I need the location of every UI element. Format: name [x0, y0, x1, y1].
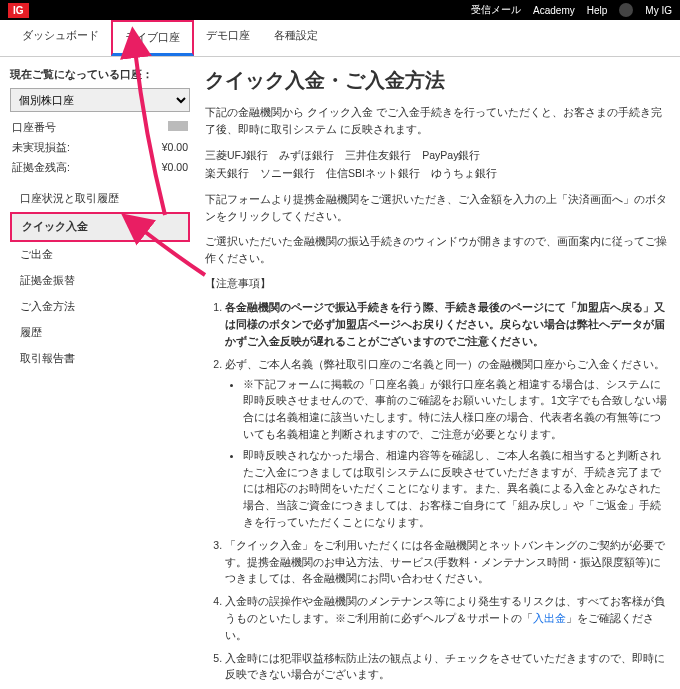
bank-list: 三菱UFJ銀行 みずほ銀行 三井住友銀行 PayPay銀行 楽天銀行 ソニー銀行…: [205, 146, 670, 184]
intro-3: ご選択いただいた金融機関の振込手続きのウィンドウが開きますので、画面案内に従って…: [205, 233, 670, 267]
note-5: 入金時には犯罪収益移転防止法の観点より、チェックをさせていただきますので、即時に…: [225, 650, 670, 684]
intro-2: 下記フォームより提携金融機関をご選択いただき、ご入金額を入力の上「決済画面へ」の…: [205, 191, 670, 225]
info-margin-balance: 証拠金残高: ¥0.00: [10, 158, 190, 178]
menu-history[interactable]: 口座状況と取引履歴: [10, 186, 190, 212]
top-link-mail[interactable]: 受信メール: [471, 3, 521, 17]
user-menu[interactable]: My IG: [645, 5, 672, 16]
note-1: 各金融機関のページで振込手続きを行う際、手続き最後のページにて「加盟店へ戻る」又…: [225, 299, 670, 349]
note-2: 必ず、ご本人名義（弊社取引口座のご名義と同一）の金融機関口座からご入金ください。…: [225, 356, 670, 531]
info-account-number: 口座番号: [10, 118, 190, 138]
menu-margin-transfer[interactable]: 証拠金振替: [10, 268, 190, 294]
masked-value: [168, 121, 188, 131]
notes-list: 各金融機関のページで振込手続きを行う際、手続き最後のページにて「加盟店へ戻る」又…: [205, 299, 670, 683]
navbar: ダッシュボード ライブ口座 デモ口座 各種設定: [0, 20, 680, 57]
top-link-academy[interactable]: Academy: [533, 5, 575, 16]
nav-dashboard[interactable]: ダッシュボード: [10, 20, 111, 56]
nav-live-account[interactable]: ライブ口座: [111, 20, 194, 56]
intro-1: 下記の金融機関から クイック入金 でご入金手続きを行っていただくと、お客さまの手…: [205, 104, 670, 138]
side-menu: 口座状況と取引履歴 クイック入金 ご出金 証拠金振替 ご入金方法 履歴 取引報告…: [10, 186, 190, 372]
logo: IG: [8, 3, 29, 18]
menu-trade-report[interactable]: 取引報告書: [10, 346, 190, 372]
topbar: IG 受信メール Academy Help My IG: [0, 0, 680, 20]
top-link-help[interactable]: Help: [587, 5, 608, 16]
nav-settings[interactable]: 各種設定: [262, 20, 330, 56]
sidebar: 現在ご覧になっている口座： 個別株口座 口座番号 未実現損益: ¥0.00 証拠…: [10, 67, 190, 689]
user-icon[interactable]: [619, 3, 633, 17]
menu-withdrawal[interactable]: ご出金: [10, 242, 190, 268]
account-select[interactable]: 個別株口座: [10, 88, 190, 112]
menu-deposit-method[interactable]: ご入金方法: [10, 294, 190, 320]
main-content: クイック入金・ご入金方法 下記の金融機関から クイック入金 でご入金手続きを行っ…: [205, 67, 670, 689]
sidebar-title: 現在ご覧になっている口座：: [10, 67, 190, 82]
note-3: 「クイック入金」をご利用いただくには各金融機関とネットバンキングのご契約が必要で…: [225, 537, 670, 587]
menu-log[interactable]: 履歴: [10, 320, 190, 346]
menu-quick-deposit[interactable]: クイック入金: [10, 212, 190, 242]
note-4: 入金時の誤操作や金融機関のメンテナンス等により発生するリスクは、すべてお客様が負…: [225, 593, 670, 643]
nav-demo-account[interactable]: デモ口座: [194, 20, 262, 56]
info-unrealized-pl: 未実現損益: ¥0.00: [10, 138, 190, 158]
notes-title: 【注意事項】: [205, 275, 670, 292]
page-title: クイック入金・ご入金方法: [205, 67, 670, 94]
